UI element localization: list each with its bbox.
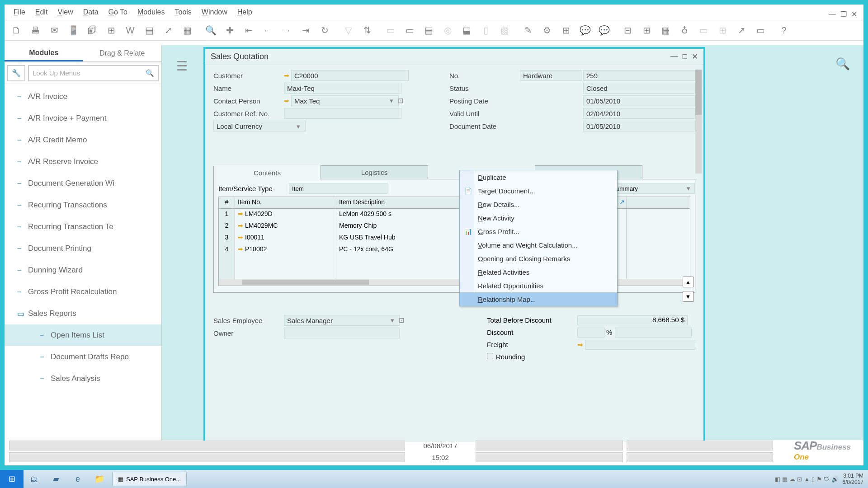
context-menu-item[interactable]: Related Activities [460,265,617,279]
menu-modules[interactable]: Modules [137,8,165,16]
sidebar-item[interactable]: –Recurring Transactions [5,194,161,216]
col-item[interactable]: Item No. [235,197,336,208]
close-button[interactable]: ✕ [851,10,857,19]
name-field[interactable] [284,83,401,94]
taskbar-explorer-icon[interactable]: 🗂 [24,470,45,488]
menu-window[interactable]: Window [202,8,227,16]
discount-pct-field[interactable] [577,328,604,338]
toolbar-branch-icon[interactable]: ♁ [675,21,693,39]
toolbar-base-icon[interactable]: ▭ [382,21,400,39]
toolbar-sort-icon[interactable]: ⇅ [358,21,376,39]
start-button[interactable]: ⊞ [0,470,24,488]
taskbar-powershell-icon[interactable]: ▰ [45,470,67,488]
menu-view[interactable]: View [57,8,73,16]
row-up-button[interactable]: ▲ [683,277,693,287]
toolbar-first-icon[interactable]: ⇤ [240,21,258,39]
no-field[interactable] [583,70,695,81]
toolbar-sms-icon[interactable]: 📱 [64,21,82,39]
global-search-icon[interactable]: 🔍 [835,57,850,71]
context-menu-item[interactable]: Related Opportunities [460,279,617,292]
form-scrollbar[interactable] [695,70,702,174]
toolbar-print-icon[interactable]: 🖶 [26,21,44,39]
table-row[interactable]: 2➡LM4029MCMemory Chip4 [219,221,690,232]
toolbar-settings-icon[interactable]: ⚙ [538,21,556,39]
toolbar-msg-icon[interactable]: 💬 [576,21,594,39]
grid-horizontal-scrollbar[interactable] [219,279,690,286]
maximize-button[interactable]: ❐ [840,10,847,19]
summary-select[interactable] [609,183,695,194]
link-arrow-icon[interactable]: ➡ [284,97,289,104]
sales-emp-field[interactable] [284,315,400,326]
toolbar-payment-icon[interactable]: ◎ [439,21,457,39]
toolbar-last-icon[interactable]: ⇥ [297,21,315,39]
document-date-field[interactable] [583,121,695,131]
toolbar-default-icon[interactable]: ⊞ [713,21,731,39]
sidebar-item[interactable]: –Document Generation Wi [5,173,161,194]
taskbar-clock[interactable]: 3:01 PM 6/8/2017 [842,473,863,485]
sidebar-item[interactable]: –A/R Reserve Invoice [5,151,161,173]
toolbar-next-icon[interactable]: → [278,21,296,39]
toolbar-journal-icon[interactable]: ▤ [420,21,438,39]
toolbar-cal1-icon[interactable]: ⊟ [618,21,637,39]
type-select[interactable] [289,183,387,194]
menu-edit[interactable]: Edit [35,8,48,16]
toolbar-trans-icon[interactable]: ▧ [495,21,514,39]
toolbar-layout-icon[interactable]: ▦ [178,21,196,39]
toolbar-cal2-icon[interactable]: ⊞ [637,21,656,39]
form-minimize-button[interactable]: — [670,52,678,61]
toolbar-pdf-icon[interactable]: ▤ [140,21,158,39]
sidebar-item[interactable]: –Sales Analysis [5,368,161,389]
form-close-button[interactable]: ✕ [692,52,698,61]
toolbar-preview-icon[interactable]: 🗋 [7,21,25,39]
context-menu-item[interactable]: 📊Gross Profit... [460,225,617,238]
menu-file[interactable]: FFileile [14,8,25,16]
sidebar-item[interactable]: –A/R Credit Memo [5,129,161,151]
toolbar-link-icon[interactable]: ↗ [732,21,750,39]
ref-field[interactable] [284,108,401,119]
taskbar-files-icon[interactable]: 📁 [89,470,110,488]
link-arrow-icon[interactable]: ➡ [238,210,243,217]
taskbar-app-sap[interactable]: ▦SAP Business One... [112,472,187,486]
sidebar-item[interactable]: –Open Items List [5,324,161,346]
toolbar-report-icon[interactable]: ▭ [751,21,769,39]
toolbar-profit-icon[interactable]: ⬓ [458,21,476,39]
table-row[interactable]: 1➡LM4029DLeMon 4029 500 s1 [219,209,690,221]
toolbar-volume-icon[interactable]: ▯ [476,21,495,39]
col-num[interactable]: # [219,197,235,208]
menu-data[interactable]: Data [83,8,99,16]
context-menu-item[interactable]: Opening and Closing Remarks [460,252,617,265]
sidebar-item[interactable]: –Document Drafts Repo [5,346,161,368]
context-menu-item[interactable]: New Activity [460,211,617,225]
sidebar-item[interactable]: –Document Printing [5,238,161,259]
sidebar-item[interactable]: –Dunning Wizard [5,259,161,281]
table-row[interactable]: . [219,267,690,279]
link-arrow-icon[interactable]: ➡ [577,341,583,349]
link-arrow-icon[interactable]: ➡ [238,234,243,241]
expand-icon[interactable]: ⊡ [399,316,405,324]
sidebar-item[interactable]: –A/R Invoice + Payment [5,108,161,129]
toolbar-user-icon[interactable]: ▭ [694,21,712,39]
tab-contents[interactable]: Contents [213,166,321,179]
toolbar-query-icon[interactable]: ⊞ [557,21,575,39]
sidebar-tab-modules[interactable]: Modules [5,45,83,61]
context-menu-item[interactable]: 📄Target Document... [460,184,617,197]
contact-field[interactable] [291,95,399,106]
minimize-button[interactable]: — [829,10,836,19]
wrench-icon[interactable]: 🔧 [7,65,25,81]
sidebar-item[interactable]: ▭Sales Reports [5,303,161,324]
form-maximize-button[interactable]: □ [683,52,687,61]
toolbar-refresh-icon[interactable]: ↻ [316,21,334,39]
currency-select[interactable] [213,121,306,131]
rounding-checkbox[interactable] [487,353,493,359]
table-row[interactable]: 3➡I00011KG USB Travel Hub2 [219,232,690,244]
toolbar-edit-icon[interactable]: ✎ [519,21,537,39]
sidebar-tab-drag[interactable]: Drag & Relate [83,45,162,61]
menu-help[interactable]: Help [237,8,252,16]
context-menu-item[interactable]: Row Details... [460,197,617,211]
table-row[interactable]: . [219,256,690,267]
link-arrow-icon[interactable]: ➡ [284,72,289,79]
sidebar-item[interactable]: –Gross Profit Recalculation [5,281,161,303]
freight-field[interactable] [585,340,695,350]
table-row[interactable]: 4➡P10002PC - 12x core, 64G4 [219,244,690,256]
valid-until-field[interactable] [583,108,695,119]
